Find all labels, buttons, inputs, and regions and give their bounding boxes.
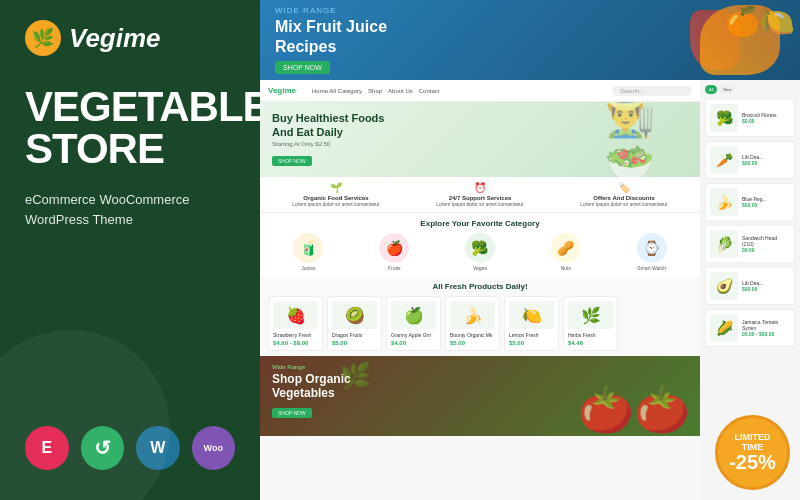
- product-name-5: Lemon Fresh: [509, 332, 554, 338]
- product-name-3: Granny Apple Grn: [391, 332, 436, 338]
- side-product-info-3: Blue Reg... $00.00: [742, 196, 790, 208]
- category-juices[interactable]: 🧃 Juices: [288, 233, 328, 271]
- side-product-6[interactable]: 🌽 Jamaica Tomato Syrien 00.00 - $00.00: [705, 309, 795, 347]
- store-nav: Home All Category Shop About Us Contact: [312, 88, 439, 94]
- right-panel: Wide Range Mix Fruit Juice Recipes SHOP …: [260, 0, 800, 500]
- side-product-info-4: Sandwich Head (210) 00.00: [742, 235, 790, 253]
- product-price-6: $4.46: [568, 340, 613, 346]
- product-card[interactable]: 🥝 Dragon Fruits $5.00: [327, 296, 382, 351]
- product-name-4: Bounty Organic Mk: [450, 332, 495, 338]
- store-hero-title: Buy Healthiest Foods And Eat Daily: [272, 112, 384, 138]
- side-product-1[interactable]: 🥦 Broccoli Florets $0.00: [705, 99, 795, 137]
- side-product-info-5: Lib Dea... $00.00: [742, 280, 790, 292]
- product-img-4: 🍌: [450, 301, 495, 329]
- logo-text: Vegime: [69, 23, 161, 54]
- nuts-icon: 🥜: [551, 233, 581, 263]
- top-banner-title: Mix Fruit Juice Recipes: [275, 17, 387, 55]
- side-cat-btn[interactable]: All: [705, 85, 717, 94]
- side-product-img-1: 🥦: [710, 104, 738, 132]
- categories-section: Explore Your Favorite Category 🧃 Juices …: [260, 213, 700, 277]
- store-hero-subtitle: Starting At Only $2.50: [272, 141, 384, 147]
- products-title: All Fresh Products Daily!: [268, 282, 692, 291]
- product-card[interactable]: 🍏 Granny Apple Grn $4.00: [386, 296, 441, 351]
- side-product-img-2: 🥕: [710, 146, 738, 174]
- product-img-5: 🍋: [509, 301, 554, 329]
- product-card[interactable]: 🍋 Lemon Fresh $5.00: [504, 296, 559, 351]
- organic-banner-wrapper: 🍅🍅 🌿 Wide Range Shop Organic Vegetables …: [260, 356, 700, 436]
- categories-title: Explore Your Favorite Category: [268, 219, 692, 228]
- nav-about[interactable]: About Us: [388, 88, 413, 94]
- support-icon: ⏰: [412, 182, 548, 193]
- feature-support-text: Lorem ipsum dolor sit amet consectetur: [412, 201, 548, 207]
- side-product-name-6: Jamaica Tomato Syrien: [742, 319, 790, 331]
- side-product-img-5: 🥑: [710, 272, 738, 300]
- product-name-6: Herbs Fresh: [568, 332, 613, 338]
- hero-shop-button[interactable]: SHOP NOW: [272, 156, 312, 166]
- side-product-3[interactable]: 🍌 Blue Reg... $00.00: [705, 183, 795, 221]
- top-banner: Wide Range Mix Fruit Juice Recipes SHOP …: [260, 0, 800, 80]
- hero-content: Buy Healthiest Foods And Eat Daily Start…: [272, 112, 384, 166]
- product-img-3: 🍏: [391, 301, 436, 329]
- top-banner-content: Wide Range Mix Fruit Juice Recipes SHOP …: [275, 6, 387, 73]
- store-header-logo: Vegime: [268, 86, 296, 95]
- side-product-img-6: 🌽: [710, 314, 738, 342]
- side-product-info-2: Lib Dea... $00.00: [742, 154, 790, 166]
- category-nuts[interactable]: 🥜 Nuts: [546, 233, 586, 271]
- feature-organic-text: Lorem ipsum dolor sit amet consectetur: [268, 201, 404, 207]
- organic-shop-button[interactable]: SHOP NOW: [272, 408, 312, 418]
- side-product-price-6: 00.00 - $00.00: [742, 331, 790, 337]
- logo-area: 🌿 Vegime: [25, 20, 235, 56]
- plugin-icons-row: E ↺ W Woo: [25, 426, 235, 480]
- side-product-2[interactable]: 🥕 Lib Dea... $00.00: [705, 141, 795, 179]
- store-search[interactable]: Search...: [612, 86, 692, 96]
- category-fruits[interactable]: 🍎 Fruits: [374, 233, 414, 271]
- logo-icon: 🌿: [25, 20, 61, 56]
- organic-icon: 🌱: [268, 182, 404, 193]
- side-product-img-3: 🍌: [710, 188, 738, 216]
- side-product-4[interactable]: 🥬 Sandwich Head (210) 00.00: [705, 225, 795, 263]
- wordpress-icon: W: [136, 426, 180, 470]
- side-product-img-4: 🥬: [710, 230, 738, 258]
- side-category-nav: All New: [705, 85, 795, 94]
- product-card[interactable]: 🌿 Herbs Fresh $4.46: [563, 296, 618, 351]
- organic-label: Wide Range: [272, 364, 688, 370]
- side-cat-btn[interactable]: New: [719, 85, 735, 94]
- organic-content: Wide Range Shop Organic Vegetables SHOP …: [260, 356, 700, 427]
- hero-image: 👨‍🌾🥗: [605, 102, 695, 177]
- product-card[interactable]: 🍌 Bounty Organic Mk $5.00: [445, 296, 500, 351]
- product-price-1: $4.60 - $9.00: [273, 340, 318, 346]
- offers-icon: 🏷️: [556, 182, 692, 193]
- nav-shop[interactable]: Shop: [368, 88, 382, 94]
- features-row: 🌱 Organic Food Services Lorem ipsum dolo…: [260, 177, 700, 213]
- feature-support: ⏰ 24/7 Support Services Lorem ipsum dolo…: [412, 182, 548, 207]
- nav-contact[interactable]: Contact: [419, 88, 440, 94]
- nuts-label: Nuts: [546, 265, 586, 271]
- hero-title: VEGETABLE STORE: [25, 86, 235, 170]
- products-grid: 🍓 Strawberry Fresh $4.60 - $9.00 🥝 Drago…: [268, 296, 692, 351]
- organic-title: Shop Organic Vegetables: [272, 372, 688, 401]
- smart-label: Smart Watch: [632, 265, 672, 271]
- side-product-price-1: $0.00: [742, 118, 790, 124]
- product-name-1: Strawberry Fresh: [273, 332, 318, 338]
- woocommerce-icon: Woo: [192, 426, 236, 470]
- side-product-5[interactable]: 🥑 Lib Dea... $00.00: [705, 267, 795, 305]
- top-banner-button[interactable]: SHOP NOW: [275, 61, 330, 74]
- side-product-info-1: Broccoli Florets $0.00: [742, 112, 790, 124]
- side-product-info-6: Jamaica Tomato Syrien 00.00 - $00.00: [742, 319, 790, 337]
- fruits-label: Fruits: [374, 265, 414, 271]
- feature-offers: 🏷️ Offers And Discounts Lorem ipsum dolo…: [556, 182, 692, 207]
- veges-icon: 🥦: [465, 233, 495, 263]
- product-card[interactable]: 🍓 Strawberry Fresh $4.60 - $9.00: [268, 296, 323, 351]
- top-banner-label: Wide Range: [275, 6, 387, 15]
- category-veges[interactable]: 🥦 Veges: [460, 233, 500, 271]
- category-smart[interactable]: ⌚ Smart Watch: [632, 233, 672, 271]
- veges-label: Veges: [460, 265, 500, 271]
- store-hero: Buy Healthiest Foods And Eat Daily Start…: [260, 102, 700, 177]
- limited-percent: -25%: [729, 452, 776, 472]
- fruit-decoration: 🍊🍋: [725, 5, 795, 38]
- side-product-price-3: $00.00: [742, 202, 790, 208]
- feature-organic: 🌱 Organic Food Services Lorem ipsum dolo…: [268, 182, 404, 207]
- nav-home[interactable]: Home All Category: [312, 88, 362, 94]
- juices-icon: 🧃: [293, 233, 323, 263]
- product-price-2: $5.00: [332, 340, 377, 346]
